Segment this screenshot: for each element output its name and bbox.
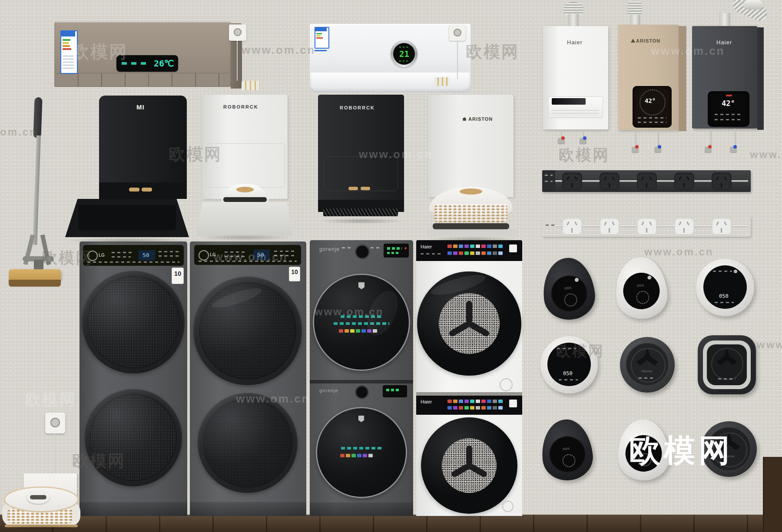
mini-dial (563, 293, 578, 307)
warranty-badge: 10 (289, 267, 300, 281)
panel-text (112, 252, 133, 253)
valve-cold (654, 147, 661, 152)
panel-buttons (638, 122, 666, 123)
valve-dot-blue (658, 145, 661, 149)
ac-display-ring: 21 (391, 40, 418, 67)
valve-hot (632, 147, 639, 152)
badge-value: 10 (172, 270, 183, 277)
power-cable (457, 41, 458, 79)
label-bar-yellow (63, 42, 69, 44)
porthole: mini (622, 271, 661, 311)
brand-label: Haier (716, 39, 732, 46)
vent-pipe (630, 15, 640, 25)
robot-front-slot (223, 197, 267, 202)
display-value: 050 (563, 370, 573, 377)
panel-lines (552, 108, 599, 114)
shadow (318, 218, 404, 224)
label-stripe (315, 50, 327, 51)
outlet (562, 218, 582, 235)
flame-icon (631, 39, 635, 43)
watermark: om.cn (0, 126, 37, 138)
button-dots (715, 119, 742, 120)
wall-socket (449, 25, 466, 41)
panel-display-lower (383, 385, 407, 397)
brand-label: LG (99, 253, 105, 258)
ac-vane (55, 73, 230, 86)
porthole: mini (549, 274, 589, 314)
washer-lg-2: LG 50 10 (190, 241, 306, 516)
lg-logo-icon (87, 251, 98, 261)
door-texture (88, 277, 179, 367)
glass-glint (647, 275, 652, 280)
control-panel-lower: Haier (416, 396, 522, 415)
robot-dock-ariston: ARISTON (427, 95, 517, 238)
display-value: 50 (142, 252, 149, 258)
watermark: 欧模网 (25, 389, 76, 410)
scene: 26℃ 欧模网 21 www.om.cn 欧模网 (0, 0, 782, 532)
washer-base-line (80, 502, 187, 516)
base-tray-inner (78, 205, 176, 230)
brand-label: Haier (567, 39, 583, 46)
panel-text (199, 261, 297, 262)
brand-label-lower: gorenje (319, 388, 338, 393)
label-bar-red (63, 48, 71, 50)
panel-color-buttons (447, 245, 503, 248)
panel-color-buttons (447, 251, 503, 255)
charge-contact (361, 187, 370, 190)
door-face (707, 344, 747, 385)
vent-cap (563, 2, 583, 15)
charge-contact (348, 187, 358, 190)
badge-value: 10 (289, 268, 300, 275)
robot-dock-roborock-white: ROBORRCK (196, 95, 293, 236)
washer-door-upper (313, 274, 410, 371)
mijia-shield-icon (358, 416, 364, 422)
water-heater-ariston: ARISTON 42° (618, 1, 686, 154)
washer-door-lower (316, 407, 407, 498)
control-panel: LG 50 (83, 245, 184, 266)
robot-base-slot (433, 223, 509, 229)
display-face: 050 (703, 265, 747, 309)
robot-dock-roborock-black: ROBORRCK (318, 95, 404, 221)
label-bar-yellow (316, 35, 321, 36)
vent-elbow (627, 1, 642, 16)
face-marks (559, 379, 578, 380)
vent-pipe (719, 13, 730, 28)
strip-logo-marks (545, 175, 553, 176)
valve-dot-red (708, 145, 712, 149)
brand-label: LG (210, 252, 216, 257)
washer-door-lower (85, 389, 182, 486)
ramp-tread (323, 208, 398, 216)
washer-gorenje-stack: gorenje gorenje (310, 240, 413, 516)
robot-vent-band (434, 204, 507, 222)
door-texture (91, 395, 176, 480)
door-text-teal (341, 447, 382, 449)
outlet (562, 172, 582, 190)
drum-paddle (451, 463, 471, 478)
panel-text (421, 253, 442, 254)
energy-label (315, 27, 329, 49)
display-ticks (399, 60, 410, 62)
socket-plug (454, 29, 461, 36)
outlet (674, 218, 694, 235)
drum-paddle (466, 446, 472, 466)
shadow (196, 235, 293, 241)
wood-floor (0, 515, 782, 532)
refrigerant-pipes (434, 77, 449, 86)
panel-display (384, 244, 409, 258)
brand-tiny: Hisense (641, 370, 652, 373)
washer-haier-stack: Haier Haier (416, 240, 522, 516)
dock-base (427, 229, 517, 236)
program-knob-lower (355, 385, 369, 399)
mini-label: mini (562, 446, 570, 451)
lds-turret-band (30, 495, 46, 499)
mini-washer-teardrop-black: mini (540, 255, 597, 322)
washer-door-lower (198, 393, 298, 493)
display-digits (387, 252, 398, 254)
dock-door-seam (324, 156, 398, 191)
wall-socket (229, 24, 246, 41)
air-conditioner-beige: 26℃ (54, 21, 242, 91)
ac-display-face: 21 (393, 43, 415, 65)
watermark: 欧模网 (466, 41, 519, 63)
ac-display: 26℃ (116, 55, 178, 72)
refrigerant-pipes (242, 81, 260, 90)
